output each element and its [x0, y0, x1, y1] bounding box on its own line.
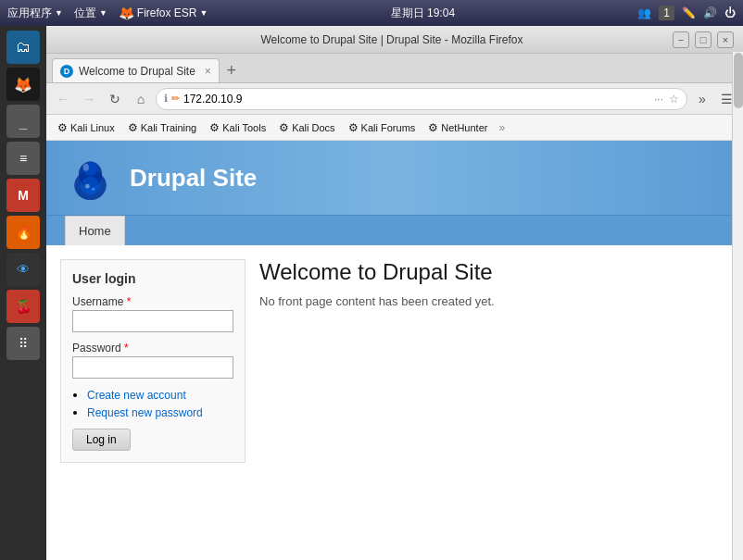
nav-home[interactable]: Home: [65, 216, 125, 245]
page-title: Welcome to Drupal Site: [259, 259, 729, 285]
create-account-link[interactable]: Create new account: [87, 389, 186, 402]
network-icon: 👥: [637, 6, 651, 19]
forward-button[interactable]: →: [78, 88, 100, 110]
nav-bar: ← → ↻ ⌂ ℹ ✏ ··· ☆ » ☰: [46, 83, 743, 115]
tab-bar: D Welcome to Drupal Site × +: [46, 54, 743, 83]
drupal-header: Drupal Site: [46, 141, 743, 215]
page-content: Drupal Site Home User login Username *: [46, 141, 743, 560]
workspace-indicator: 1: [659, 6, 674, 20]
address-bar[interactable]: ℹ ✏ ··· ☆: [156, 88, 687, 110]
drupal-body: User login Username * Password *: [46, 245, 743, 560]
sidebar-icon-files[interactable]: 🗂: [6, 31, 40, 64]
nethunter-favicon: ⚙: [428, 121, 438, 134]
bookmark-kali-training[interactable]: ⚙ Kali Training: [122, 119, 203, 136]
edit-icon: ✏: [171, 93, 180, 105]
login-block-title: User login: [72, 271, 233, 286]
pen-icon: ✏️: [682, 6, 696, 19]
site-name: Drupal Site: [130, 164, 257, 193]
taskbar-center: 星期日 19:04: [391, 6, 455, 21]
sidebar-icon-burp[interactable]: 🔥: [6, 216, 40, 249]
password-required: *: [124, 342, 129, 355]
sidebar-icon-firefox[interactable]: 🦊: [6, 68, 40, 101]
scrollbar-track[interactable]: [732, 52, 743, 560]
kali-forums-favicon: ⚙: [348, 121, 359, 134]
apps-label: 应用程序: [7, 6, 52, 21]
bookmark-nethunter[interactable]: ⚙ NetHunter: [422, 119, 493, 136]
back-button[interactable]: ←: [52, 88, 74, 110]
scrollbar-thumb[interactable]: [734, 53, 743, 108]
bookmark-star[interactable]: ☆: [669, 93, 679, 106]
browser-window: Welcome to Drupal Site | Drupal Site - M…: [46, 26, 743, 560]
kali-training-favicon: ⚙: [128, 121, 138, 134]
drupal-main: Welcome to Drupal Site No front page con…: [259, 259, 729, 546]
terminal-icon: _: [19, 114, 27, 129]
sidebar-icon-metasploit[interactable]: M: [6, 179, 40, 212]
metasploit-icon: M: [18, 188, 29, 203]
bookmark-kali-linux[interactable]: ⚙ Kali Linux: [52, 119, 120, 136]
tab-label: Welcome to Drupal Site: [79, 65, 195, 78]
more-button[interactable]: ···: [654, 93, 663, 106]
new-tab-button[interactable]: +: [220, 58, 244, 82]
eye-icon: 👁: [17, 262, 30, 277]
login-links: Create new account Request new password: [72, 388, 233, 419]
browser-menu[interactable]: 🦊 Firefox ESR ▼: [119, 6, 208, 20]
taskbar-right: 👥 1 ✏️ 🔊 ⏻: [637, 6, 736, 20]
window-title: Welcome to Drupal Site | Drupal Site - M…: [111, 33, 673, 46]
url-input[interactable]: [183, 93, 650, 106]
window-controls: − □ ×: [673, 31, 734, 48]
maximize-button[interactable]: □: [695, 31, 712, 48]
datetime: 星期日 19:04: [391, 6, 455, 21]
reload-button[interactable]: ↻: [104, 88, 126, 110]
taskbar-left: 应用程序 ▼ 位置 ▼ 🦊 Firefox ESR ▼: [7, 6, 208, 21]
firefox-sidebar-icon: 🦊: [14, 76, 32, 93]
apps-arrow: ▼: [55, 8, 63, 18]
apps-menu[interactable]: 应用程序 ▼: [7, 6, 63, 21]
extensions-button[interactable]: »: [691, 88, 713, 110]
location-arrow: ▼: [99, 8, 107, 18]
sidebar-icon-cherry[interactable]: 🍒: [6, 290, 40, 323]
minimize-button[interactable]: −: [673, 31, 689, 48]
sidebar-icon-grid[interactable]: ⠿: [6, 327, 40, 360]
location-menu[interactable]: 位置 ▼: [74, 6, 107, 21]
username-label: Username *: [72, 295, 233, 308]
bookmarks-bar: ⚙ Kali Linux ⚙ Kali Training ⚙ Kali Tool…: [46, 115, 743, 141]
power-icon: ⏻: [724, 6, 736, 19]
sidebar-icon-terminal[interactable]: _: [6, 105, 40, 138]
browser-arrow: ▼: [200, 8, 208, 18]
svg-point-4: [83, 163, 89, 170]
drupal-sidebar: User login Username * Password *: [60, 259, 246, 546]
location-label: 位置: [74, 6, 96, 21]
firefox-icon: 🦊: [119, 6, 134, 20]
notes-icon: ≡: [19, 151, 27, 166]
active-tab[interactable]: D Welcome to Drupal Site ×: [52, 58, 220, 82]
svg-point-5: [85, 183, 90, 188]
files-icon: 🗂: [16, 39, 31, 56]
bookmark-kali-docs[interactable]: ⚙ Kali Docs: [273, 119, 340, 136]
user-login-block: User login Username * Password *: [60, 259, 246, 463]
address-icons: ··· ☆: [654, 93, 679, 106]
title-bar: Welcome to Drupal Site | Drupal Site - M…: [46, 26, 743, 54]
bookmarks-overflow[interactable]: »: [498, 121, 505, 134]
login-button[interactable]: Log in: [72, 429, 131, 451]
username-input[interactable]: [72, 310, 233, 332]
sidebar-icon-eye[interactable]: 👁: [6, 253, 40, 286]
tab-favicon: D: [60, 65, 73, 78]
home-button[interactable]: ⌂: [130, 88, 152, 110]
drupal-nav: Home: [46, 215, 743, 245]
tab-close-button[interactable]: ×: [205, 65, 211, 78]
os-sidebar: 🗂 🦊 _ ≡ M 🔥 👁 🍒 ⠿: [0, 26, 46, 560]
password-input[interactable]: [72, 356, 233, 379]
bookmark-kali-forums[interactable]: ⚙ Kali Forums: [343, 119, 422, 136]
browser-label: Firefox ESR: [137, 6, 197, 19]
username-required: *: [127, 295, 132, 308]
os-taskbar: 应用程序 ▼ 位置 ▼ 🦊 Firefox ESR ▼ 星期日 19:04 👥 …: [0, 0, 743, 26]
request-password-link[interactable]: Request new password: [87, 406, 203, 419]
kali-docs-favicon: ⚙: [279, 121, 289, 134]
grid-icon: ⠿: [19, 336, 28, 351]
drupal-logo: [65, 153, 116, 204]
close-button[interactable]: ×: [717, 31, 734, 48]
password-label: Password *: [72, 342, 233, 355]
sidebar-icon-notes[interactable]: ≡: [6, 142, 40, 175]
bookmark-kali-tools[interactable]: ⚙ Kali Tools: [204, 119, 271, 136]
burp-icon: 🔥: [16, 225, 31, 240]
